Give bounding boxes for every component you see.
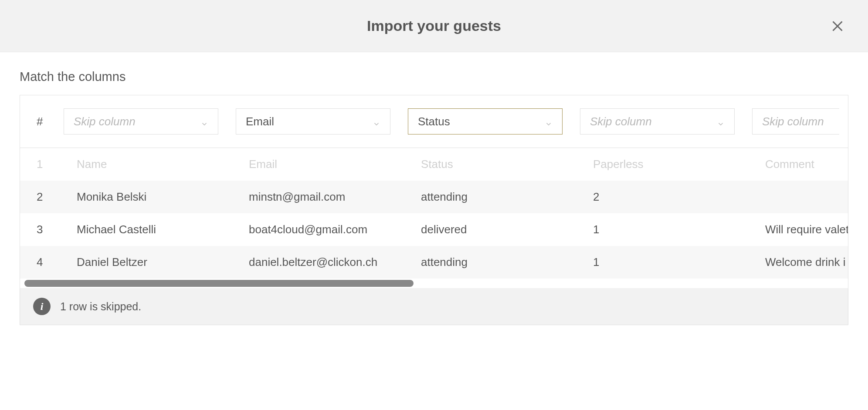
cell: Will require valet bbox=[765, 223, 848, 236]
row-index: 4 bbox=[29, 255, 59, 269]
cell: Monika Belski bbox=[77, 190, 231, 204]
column-select-label: Skip column bbox=[762, 115, 824, 128]
table-row: 2 Monika Belski minstn@gmail.com attendi… bbox=[20, 181, 848, 213]
column-select-3[interactable]: Status bbox=[408, 108, 563, 134]
header-cell: Name bbox=[77, 158, 231, 171]
info-bar: i 1 row is skipped. bbox=[20, 288, 848, 325]
modal-title: Import your guests bbox=[22, 17, 846, 34]
column-select-4[interactable]: Skip column bbox=[580, 108, 735, 134]
cell: daniel.beltzer@clickon.ch bbox=[249, 255, 403, 269]
cell: Welcome drink i bbox=[765, 255, 845, 269]
cell: attending bbox=[421, 190, 576, 204]
column-select-label: Skip column bbox=[590, 115, 652, 128]
cell: delivered bbox=[421, 223, 576, 236]
chevron-down-icon bbox=[373, 118, 380, 125]
cell: 1 bbox=[593, 255, 748, 269]
data-preview-rows: 1 Name Email Status Paperless Comment 2 … bbox=[20, 148, 848, 279]
header-cell: Paperless bbox=[593, 158, 748, 171]
column-select-1[interactable]: Skip column bbox=[64, 108, 218, 134]
modal-header: Import your guests bbox=[0, 0, 868, 52]
row-index: 3 bbox=[29, 223, 59, 236]
modal-content: Match the columns # Skip column Email bbox=[0, 52, 868, 325]
header-cell: Comment bbox=[765, 158, 814, 171]
cell: Michael Castelli bbox=[77, 223, 231, 236]
cell: 1 bbox=[593, 223, 748, 236]
cell: attending bbox=[421, 255, 576, 269]
info-message: 1 row is skipped. bbox=[60, 300, 141, 313]
cell: Daniel Beltzer bbox=[77, 255, 231, 269]
column-select-2[interactable]: Email bbox=[236, 108, 390, 134]
horizontal-scrollbar[interactable] bbox=[20, 279, 848, 288]
chevron-down-icon bbox=[545, 118, 553, 125]
column-selectors-row: # Skip column Email Stat bbox=[20, 95, 848, 148]
section-title: Match the columns bbox=[20, 70, 848, 84]
column-select-5[interactable]: Skip column bbox=[752, 108, 839, 134]
scrollbar-thumb[interactable] bbox=[24, 280, 414, 287]
cell: minstn@gmail.com bbox=[249, 190, 403, 204]
column-select-label: Email bbox=[246, 115, 274, 128]
column-select-label: Skip column bbox=[74, 115, 136, 128]
chevron-down-icon bbox=[717, 118, 725, 125]
close-icon bbox=[830, 18, 845, 34]
table-header-row: 1 Name Email Status Paperless Comment bbox=[20, 148, 848, 181]
index-column-header: # bbox=[29, 115, 46, 128]
chevron-down-icon bbox=[200, 118, 208, 125]
cell: 2 bbox=[593, 190, 748, 204]
close-button[interactable] bbox=[829, 17, 846, 35]
info-icon: i bbox=[33, 298, 51, 315]
column-select-label: Status bbox=[418, 115, 450, 128]
header-cell: Email bbox=[249, 158, 403, 171]
row-index: 2 bbox=[29, 190, 59, 204]
table-row: 4 Daniel Beltzer daniel.beltzer@clickon.… bbox=[20, 246, 848, 279]
table-row: 3 Michael Castelli boat4cloud@gmail.com … bbox=[20, 213, 848, 246]
row-index: 1 bbox=[29, 158, 59, 171]
header-cell: Status bbox=[421, 158, 576, 171]
cell: boat4cloud@gmail.com bbox=[249, 223, 403, 236]
column-matcher: # Skip column Email Stat bbox=[20, 95, 848, 325]
